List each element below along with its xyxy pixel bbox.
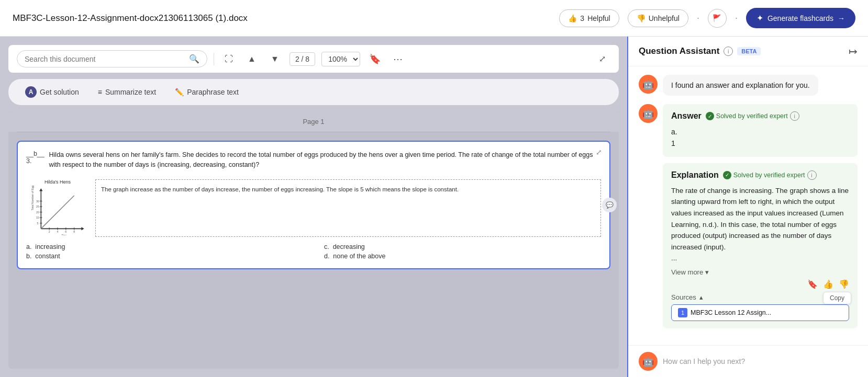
search-box[interactable]: 🔍 bbox=[17, 50, 207, 67]
thumbs-down-answer-button[interactable]: 👎 bbox=[839, 279, 849, 289]
copy-button[interactable]: Copy bbox=[823, 292, 851, 304]
explanation-text: The rate of change is increasing. The gr… bbox=[671, 185, 849, 264]
svg-text:25: 25 bbox=[36, 205, 39, 208]
option-a: a. increasing bbox=[26, 243, 303, 250]
qa-header: Question Assistant i BETA ↦ bbox=[628, 37, 868, 66]
thumbs-up-answer-button[interactable]: 👍 bbox=[823, 279, 833, 289]
header: MBF3C-Lesson-12-Assignment-docx213061130… bbox=[0, 0, 868, 37]
ask-text: How can I help you next? bbox=[663, 357, 745, 365]
option-c: c. decreasing bbox=[324, 243, 601, 250]
answer-line-b: 1 bbox=[671, 138, 849, 149]
answer-message-row: 🤖 Answer ✓ Solved by verified expert i bbox=[639, 104, 858, 335]
view-more-text: View more bbox=[671, 268, 703, 276]
source-text: MBF3C Lesson 12 Assign... bbox=[691, 309, 771, 316]
page-indicator: 2 / 8 bbox=[290, 52, 315, 66]
chevron-down-icon: ▼ bbox=[271, 54, 279, 64]
expand-corner-icon: ⤢ bbox=[593, 146, 605, 158]
bookmark-answer-button[interactable]: 🔖 bbox=[807, 279, 818, 289]
get-solution-label: Get solution bbox=[40, 88, 79, 96]
chevron-up-icon: ▲ bbox=[248, 54, 256, 64]
search-input[interactable] bbox=[25, 55, 185, 63]
ask-row: 🤖 How can I help you next? bbox=[628, 345, 868, 377]
graph-area: Hilda's Hens Total Number of Eggs Produc… bbox=[26, 179, 601, 237]
flag-button[interactable]: 🚩 bbox=[708, 9, 727, 28]
view-more-row[interactable]: View more ▾ bbox=[671, 268, 849, 276]
check-circle-icon-2: ✓ bbox=[723, 171, 731, 179]
svg-text:Total Number of Eggs Produced: Total Number of Eggs Produced bbox=[31, 186, 34, 211]
avatar-bot-2: 🤖 bbox=[639, 104, 658, 123]
answer-label: Answer bbox=[671, 111, 702, 121]
summarize-label: Summarize text bbox=[105, 88, 156, 96]
zoom-select[interactable]: 100% 75% 125% 150% bbox=[321, 52, 360, 66]
thumbs-down-icon: 👎 bbox=[637, 14, 646, 22]
answer-options: a. increasing c. decreasing b. constant … bbox=[26, 243, 601, 260]
close-panel-button[interactable]: ↦ bbox=[849, 45, 858, 58]
unhelpful-label: Unhelpful bbox=[649, 14, 680, 22]
feedback-side-icon: 💬 bbox=[602, 198, 617, 212]
prev-page-button[interactable]: ▲ bbox=[243, 51, 260, 67]
intro-message-row: 🤖 I found an answer and explanation for … bbox=[639, 75, 858, 96]
paraphrase-text-button[interactable]: ✏️ Paraphrase text bbox=[166, 85, 247, 99]
source-chip[interactable]: 1 MBF3C Lesson 12 Assign... bbox=[671, 304, 849, 321]
verified-label-explanation: Solved by verified expert bbox=[733, 172, 805, 179]
answer-section: Answer ✓ Solved by verified expert i a. … bbox=[663, 104, 858, 157]
get-solution-button[interactable]: A Get solution bbox=[17, 83, 87, 101]
verified-info-icon[interactable]: i bbox=[790, 111, 799, 121]
explanation-info-icon[interactable]: i bbox=[807, 170, 817, 180]
chevron-down-icon: ▾ bbox=[705, 268, 709, 276]
unhelpful-button[interactable]: 👎 Unhelpful bbox=[628, 9, 688, 27]
info-icon[interactable]: i bbox=[724, 47, 733, 56]
thumbs-down-icon-sm: 👎 bbox=[839, 280, 849, 289]
expand-view-button[interactable]: ⤢ bbox=[594, 51, 610, 67]
right-panel: Question Assistant i BETA ↦ 🤖 I found an… bbox=[627, 37, 868, 377]
graph-container: Hilda's Hens Total Number of Eggs Produc… bbox=[26, 179, 89, 237]
doc-toolbar: 🔍 ⛶ ▲ ▼ 2 / 8 100% 75% 125% 150% 🔖 bbox=[8, 45, 619, 73]
solution-icon: A bbox=[25, 86, 37, 98]
avatar-bot-3: 🤖 bbox=[639, 352, 658, 371]
check-circle-icon: ✓ bbox=[706, 112, 714, 120]
svg-text:8: 8 bbox=[73, 230, 75, 233]
graph-title: Hilda's Hens bbox=[26, 179, 89, 185]
question-text: Hilda owns several hens on her family's … bbox=[49, 150, 601, 170]
option-b: b. constant bbox=[26, 253, 303, 260]
bookmark-button[interactable]: 🔖 bbox=[366, 51, 383, 67]
action-icons-row: 🔖 👍 👎 bbox=[671, 279, 849, 289]
next-page-button[interactable]: ▼ bbox=[266, 51, 283, 67]
intro-text: I found an answer and explanation for yo… bbox=[671, 81, 810, 89]
option-d: d. none of the above bbox=[324, 253, 601, 260]
document-title: MBF3C-Lesson-12-Assignment-docx213061130… bbox=[13, 13, 551, 24]
question-prefix: __b__ 3. bbox=[26, 150, 45, 175]
svg-marker-3 bbox=[39, 188, 42, 191]
verified-label-answer: Solved by verified expert bbox=[716, 112, 788, 120]
search-icon: 🔍 bbox=[189, 54, 199, 64]
svg-text:5: 5 bbox=[37, 221, 39, 224]
arrow-right-icon: → bbox=[838, 14, 845, 22]
source-number: 1 bbox=[678, 308, 687, 317]
qa-title: Question Assistant bbox=[639, 46, 719, 56]
svg-line-23 bbox=[41, 196, 74, 229]
svg-text:30: 30 bbox=[36, 199, 39, 202]
explanation-section: Explanation ✓ Solved by verified expert … bbox=[663, 163, 858, 328]
answer-header: Answer ✓ Solved by verified expert i bbox=[671, 111, 849, 121]
explanation-body: The rate of change is increasing. The gr… bbox=[671, 187, 849, 251]
summarize-text-button[interactable]: ≡ Summarize text bbox=[90, 85, 164, 99]
more-options-button[interactable]: ⋯ bbox=[390, 51, 406, 67]
thumbs-up-icon-sm: 👍 bbox=[823, 280, 833, 289]
generate-flashcards-button[interactable]: ✦ Generate flashcards → bbox=[746, 8, 855, 28]
svg-text:Day: Day bbox=[61, 234, 66, 235]
beta-badge: BETA bbox=[737, 47, 761, 55]
question-box: ⤢ __b__ 3. Hilda owns several hens on he… bbox=[17, 141, 610, 269]
helpful-label: Helpful bbox=[587, 14, 610, 22]
helpful-button[interactable]: 👍 3 Helpful bbox=[559, 9, 619, 27]
arrow-exit-icon: ↦ bbox=[849, 45, 858, 57]
document-viewer: 🔍 ⛶ ▲ ▼ 2 / 8 100% 75% 125% 150% 🔖 bbox=[0, 37, 627, 377]
page-label: Page 1 bbox=[8, 111, 619, 132]
fullscreen-button[interactable]: ⛶ bbox=[220, 51, 237, 67]
intro-bubble: I found an answer and explanation for yo… bbox=[663, 75, 818, 96]
action-bar: A Get solution ≡ Summarize text ✏️ Parap… bbox=[8, 79, 619, 105]
separator-dot: · bbox=[697, 13, 699, 24]
generate-label: Generate flashcards bbox=[767, 14, 833, 22]
explanation-ellipsis: ... bbox=[671, 254, 677, 262]
qa-body: 🤖 I found an answer and explanation for … bbox=[628, 66, 868, 345]
separator-dot-2: · bbox=[735, 13, 738, 24]
